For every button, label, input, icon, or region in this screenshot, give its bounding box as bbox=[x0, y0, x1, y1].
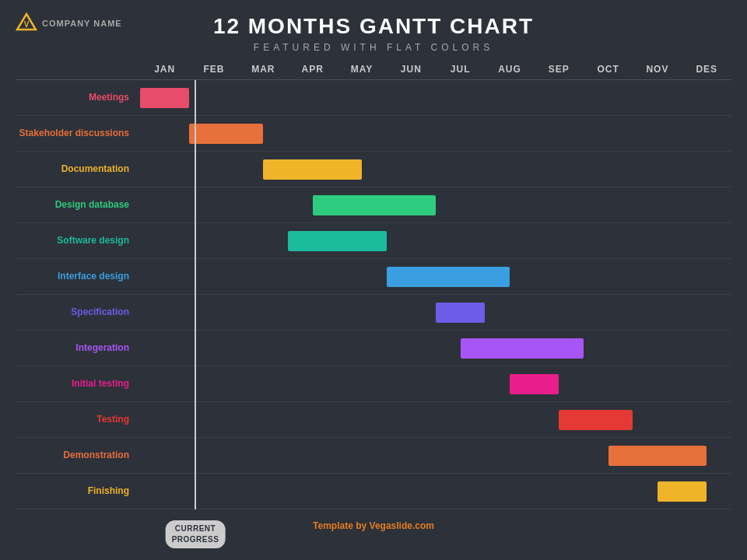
task-label: Stakeholder discussions bbox=[16, 128, 140, 140]
chart-subtitle: FEATURED WITH FLAT COLORS bbox=[0, 42, 747, 53]
task-label: Finishing bbox=[16, 485, 140, 498]
logo: V COMPANY NAME bbox=[16, 12, 122, 34]
month-cell: APR bbox=[288, 64, 337, 75]
gantt-bar bbox=[658, 481, 707, 502]
task-row: Integeration bbox=[16, 331, 731, 366]
month-cell: JAN bbox=[140, 64, 189, 75]
task-label: Testing bbox=[16, 414, 140, 426]
gantt-bar bbox=[387, 267, 510, 287]
gantt-bar bbox=[608, 446, 707, 466]
footer: Template by Vegaslide.com bbox=[0, 520, 747, 531]
task-row: Design database bbox=[16, 187, 731, 223]
month-cell: NOV bbox=[633, 64, 682, 75]
task-label: Software design bbox=[16, 235, 140, 247]
task-row: Interface design bbox=[16, 259, 731, 295]
month-header-row: JANFEBMARAPRMAYJUNJULAUGSEPOCTNOVDES bbox=[140, 64, 731, 75]
month-cell: MAR bbox=[239, 64, 288, 75]
gantt-bar bbox=[140, 88, 189, 108]
task-row: Finishing bbox=[16, 474, 731, 509]
task-row: Testing bbox=[16, 402, 731, 438]
task-row: Documentation bbox=[16, 152, 731, 187]
chart-container: MeetingsStakeholder discussionsDocumenta… bbox=[16, 79, 731, 509]
footer-text: Template by bbox=[313, 520, 369, 531]
task-label: Interface design bbox=[16, 271, 140, 283]
month-cell: SEP bbox=[535, 64, 584, 75]
task-label: Specification bbox=[16, 306, 140, 319]
gantt-bar bbox=[288, 231, 387, 251]
task-label: Documentation bbox=[16, 163, 140, 176]
task-label: Integeration bbox=[16, 342, 140, 355]
task-label: Initial testing bbox=[16, 378, 140, 390]
logo-icon: V bbox=[16, 12, 37, 34]
gantt-bar bbox=[559, 410, 633, 430]
footer-brand: Vegaslide.com bbox=[370, 520, 434, 531]
gantt-bar bbox=[189, 124, 263, 144]
task-row: Demonstration bbox=[16, 438, 731, 474]
task-row: Specification bbox=[16, 295, 731, 331]
gantt-bar bbox=[510, 374, 559, 394]
month-cell: OCT bbox=[584, 64, 633, 75]
task-row: Stakeholder discussions bbox=[16, 116, 731, 152]
gantt-bar bbox=[436, 303, 485, 323]
task-row: Meetings bbox=[16, 80, 731, 116]
chart-wrapper: JANFEBMARAPRMAYJUNJULAUGSEPOCTNOVDES Mee… bbox=[0, 64, 747, 509]
task-label: Meetings bbox=[16, 92, 140, 104]
month-cell: JUN bbox=[387, 64, 436, 75]
task-rows: MeetingsStakeholder discussionsDocumenta… bbox=[16, 79, 731, 509]
task-row: Software design bbox=[16, 223, 731, 259]
task-label: Demonstration bbox=[16, 450, 140, 462]
gantt-bar bbox=[313, 195, 436, 215]
gantt-bar bbox=[461, 338, 584, 359]
gantt-bar bbox=[263, 159, 362, 180]
month-cell: DES bbox=[682, 64, 731, 75]
month-cell: MAY bbox=[337, 64, 386, 75]
task-label: Design database bbox=[16, 199, 140, 212]
svg-text:V: V bbox=[24, 20, 30, 29]
month-cell: AUG bbox=[485, 64, 534, 75]
progress-line: CURRENT PROGRESS bbox=[195, 80, 196, 509]
month-cell: JUL bbox=[436, 64, 485, 75]
logo-text: COMPANY NAME bbox=[42, 19, 122, 28]
month-cell: FEB bbox=[189, 64, 238, 75]
task-row: Initial testing bbox=[16, 366, 731, 402]
progress-label: CURRENT PROGRESS bbox=[166, 520, 226, 548]
